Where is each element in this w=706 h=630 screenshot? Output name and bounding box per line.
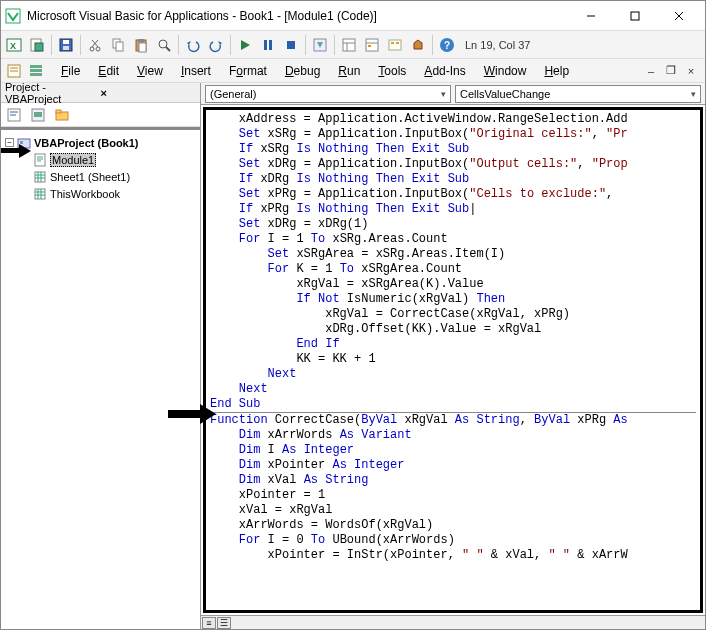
- svg-rect-11: [63, 46, 69, 50]
- paste-icon[interactable]: [130, 34, 152, 56]
- sheet-icon: [33, 170, 47, 184]
- toggle-folders-icon[interactable]: [51, 104, 73, 126]
- save-icon[interactable]: [55, 34, 77, 56]
- menu-insert[interactable]: Insert: [173, 62, 219, 80]
- titlebar: Microsoft Visual Basic for Applications …: [1, 1, 705, 31]
- titlebar-title: Microsoft Visual Basic for Applications …: [27, 9, 569, 23]
- cut-icon[interactable]: [84, 34, 106, 56]
- menubar-icon-2[interactable]: [25, 60, 47, 82]
- chevron-down-icon: ▾: [441, 89, 446, 99]
- project-pane-close[interactable]: ×: [99, 87, 197, 99]
- svg-text:X: X: [10, 41, 16, 51]
- svg-rect-8: [35, 43, 43, 51]
- menu-run[interactable]: Run: [330, 62, 368, 80]
- svg-text:?: ?: [444, 40, 450, 51]
- tree-root-label: VBAProject (Book1): [34, 137, 139, 149]
- code-pane: (General) ▾ CellsValueChange ▾ xAddress …: [201, 83, 705, 629]
- tree-thisworkbook[interactable]: ThisWorkbook: [5, 185, 196, 202]
- project-explorer: Project - VBAProject × − VBAProject (Boo…: [1, 83, 201, 629]
- menu-window[interactable]: Window: [476, 62, 535, 80]
- svg-point-21: [159, 40, 167, 48]
- reset-icon[interactable]: [280, 34, 302, 56]
- minimize-button[interactable]: [569, 2, 613, 30]
- object-dropdown-value: (General): [210, 88, 441, 100]
- menu-debug[interactable]: Debug: [277, 62, 328, 80]
- menu-tools[interactable]: Tools: [370, 62, 414, 80]
- workbook-icon: [33, 187, 47, 201]
- insert-module-icon[interactable]: [26, 34, 48, 56]
- svg-rect-50: [56, 110, 61, 113]
- view-object-icon[interactable]: [27, 104, 49, 126]
- object-dropdown[interactable]: (General) ▾: [205, 85, 451, 103]
- mdi-close[interactable]: ×: [683, 64, 699, 78]
- project-pane-title: Project - VBAProject ×: [1, 83, 200, 103]
- svg-rect-42: [30, 69, 42, 72]
- procedure-view-button[interactable]: ≡: [202, 617, 216, 629]
- svg-rect-57: [35, 172, 45, 182]
- svg-rect-62: [35, 189, 45, 199]
- svg-rect-17: [116, 42, 123, 51]
- svg-rect-10: [63, 40, 69, 44]
- svg-rect-48: [34, 112, 42, 117]
- vba-editor-window: Microsoft Visual Basic for Applications …: [0, 0, 706, 630]
- menu-help[interactable]: Help: [536, 62, 577, 80]
- menubar: FFileile Edit View Insert Format Debug R…: [1, 59, 705, 83]
- copy-icon[interactable]: [107, 34, 129, 56]
- standard-toolbar: X ? Ln 19, Col 37: [1, 31, 705, 59]
- project-tree[interactable]: − VBAProject (Book1) Module1 Sheet1 (She…: [1, 130, 200, 206]
- content-area: Project - VBAProject × − VBAProject (Boo…: [1, 83, 705, 629]
- menu-format[interactable]: Format: [221, 62, 275, 80]
- maximize-button[interactable]: [613, 2, 657, 30]
- full-module-view-button[interactable]: ☰: [217, 617, 231, 629]
- view-code-icon[interactable]: [3, 104, 25, 126]
- toolbox-icon[interactable]: [407, 34, 429, 56]
- code-editor[interactable]: xAddress = Application.ActiveWindow.Rang…: [203, 107, 703, 613]
- project-toolbar: [1, 103, 200, 127]
- tree-sheet1[interactable]: Sheet1 (Sheet1): [5, 168, 196, 185]
- svg-rect-41: [30, 65, 42, 68]
- callout-arrow-tree: [1, 144, 31, 161]
- view-excel-icon[interactable]: X: [3, 34, 25, 56]
- tree-root[interactable]: − VBAProject (Book1): [5, 134, 196, 151]
- mdi-restore[interactable]: ❐: [663, 64, 679, 78]
- close-button[interactable]: [657, 2, 701, 30]
- chevron-down-icon: ▾: [691, 89, 696, 99]
- menu-edit[interactable]: Edit: [90, 62, 127, 80]
- menu-file[interactable]: FFileile: [53, 62, 88, 80]
- svg-rect-33: [389, 40, 401, 50]
- svg-rect-53: [35, 154, 45, 166]
- tree-thisworkbook-label: ThisWorkbook: [50, 188, 120, 200]
- cursor-position: Ln 19, Col 37: [459, 39, 536, 51]
- tree-module1[interactable]: Module1: [5, 151, 196, 168]
- svg-rect-68: [168, 410, 200, 418]
- procedure-dropdown[interactable]: CellsValueChange ▾: [455, 85, 701, 103]
- object-browser-icon[interactable]: [384, 34, 406, 56]
- module-icon: [33, 153, 47, 167]
- procedure-dropdown-value: CellsValueChange: [460, 88, 691, 100]
- break-icon[interactable]: [257, 34, 279, 56]
- run-icon[interactable]: [234, 34, 256, 56]
- design-mode-icon[interactable]: [309, 34, 331, 56]
- svg-rect-30: [366, 39, 378, 51]
- svg-rect-32: [368, 45, 371, 47]
- svg-rect-19: [138, 39, 144, 42]
- svg-rect-23: [264, 40, 267, 50]
- svg-rect-20: [139, 43, 146, 52]
- tree-module1-label: Module1: [50, 153, 96, 167]
- find-icon[interactable]: [153, 34, 175, 56]
- undo-icon[interactable]: [182, 34, 204, 56]
- svg-rect-25: [287, 41, 295, 49]
- help-icon[interactable]: ?: [436, 34, 458, 56]
- mdi-minimize[interactable]: –: [643, 64, 659, 78]
- redo-icon[interactable]: [205, 34, 227, 56]
- svg-rect-24: [269, 40, 272, 50]
- svg-rect-34: [391, 42, 394, 44]
- svg-point-12: [90, 47, 94, 51]
- project-explorer-icon[interactable]: [338, 34, 360, 56]
- svg-rect-27: [343, 39, 355, 51]
- menubar-icon-1[interactable]: [3, 60, 25, 82]
- svg-rect-2: [631, 12, 639, 20]
- properties-icon[interactable]: [361, 34, 383, 56]
- menu-view[interactable]: View: [129, 62, 171, 80]
- menu-addins[interactable]: Add-Ins: [416, 62, 473, 80]
